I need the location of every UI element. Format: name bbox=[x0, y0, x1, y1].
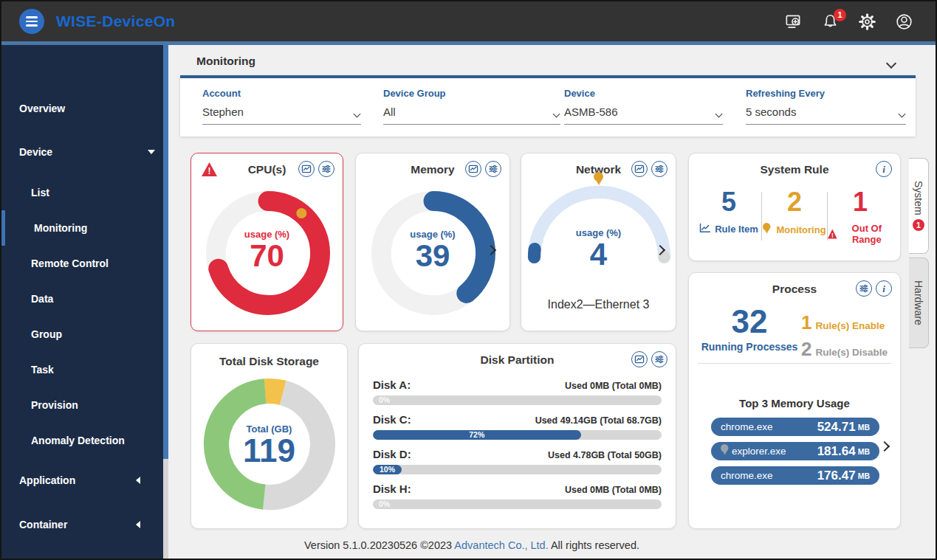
notification-bell-icon[interactable]: 1 bbox=[821, 13, 840, 31]
rule-item-stat: 5 Rule Item bbox=[696, 187, 761, 245]
chevron-down-icon bbox=[899, 111, 906, 118]
chevron-left-icon bbox=[136, 477, 140, 484]
remote-session-icon[interactable] bbox=[784, 13, 803, 31]
sliders-icon[interactable] bbox=[651, 351, 667, 367]
sidebar-item-group[interactable]: Group bbox=[31, 325, 179, 344]
trend-chart-icon[interactable] bbox=[631, 161, 648, 177]
account-filter: Account Stephen bbox=[202, 88, 361, 125]
app-window: WISE-DeviceOn 1 Over bbox=[0, 0, 937, 560]
sidebar-item-container[interactable]: Container bbox=[19, 515, 152, 534]
top-memory-item: chrome.exe 176.47 MB bbox=[711, 466, 879, 485]
sidebar-item-list[interactable]: List bbox=[31, 183, 179, 202]
trend-chart-icon[interactable] bbox=[298, 161, 315, 177]
trend-chart-icon[interactable] bbox=[631, 351, 648, 367]
disk-row: Disk C:Used 49.14GB (Total 68.7GB) 72% bbox=[373, 413, 662, 440]
sidebar-item-provision[interactable]: Provision bbox=[31, 395, 179, 415]
sidebar-item-data[interactable]: Data bbox=[31, 289, 179, 308]
topbar-actions: 1 bbox=[784, 13, 936, 31]
account-icon[interactable] bbox=[895, 13, 913, 31]
sidebar-item-task[interactable]: Task bbox=[31, 360, 179, 379]
disk-usage-bar: 72% bbox=[373, 430, 662, 440]
tab-system[interactable]: System 1 bbox=[909, 158, 929, 254]
device-group-filter: Device Group All bbox=[383, 88, 560, 125]
top-memory-title: Top 3 Memory Usage bbox=[689, 397, 900, 409]
disk-partition-card: Disk Partition Disk A:Used 0MB (Total 0M… bbox=[358, 343, 676, 529]
sliders-icon[interactable] bbox=[485, 161, 501, 177]
device-select[interactable]: ASMB-586 bbox=[564, 106, 723, 125]
sidebar-item-device[interactable]: Device bbox=[19, 142, 167, 162]
divider bbox=[698, 363, 891, 364]
chevron-down-icon bbox=[553, 111, 560, 118]
disk-usage-bar: 0% bbox=[373, 499, 662, 509]
panel-collapse-chevron-icon[interactable] bbox=[888, 57, 895, 70]
network-interface-label: Index2—Ethernet 3 bbox=[521, 298, 676, 311]
advantech-link[interactable]: Advantech Co., Ltd. bbox=[454, 539, 548, 551]
trend-chart-icon[interactable] bbox=[465, 161, 481, 177]
info-icon[interactable]: i bbox=[876, 161, 892, 177]
top-bar: WISE-DeviceOn 1 bbox=[1, 1, 936, 41]
refresh-select[interactable]: 5 seconds bbox=[746, 106, 906, 125]
carousel-next-icon[interactable] bbox=[881, 440, 888, 453]
network-card: Network usage (%) 4 Index2—Ethernet 3 bbox=[521, 153, 676, 331]
disk-usage-percent-label: 0% bbox=[379, 395, 390, 405]
disk-row: Disk A:Used 0MB (Total 0MB) 0% bbox=[373, 378, 662, 405]
memory-usage-value: 39 bbox=[356, 240, 509, 272]
warning-icon bbox=[828, 229, 837, 239]
disk-usage-bar-fill: 10% bbox=[373, 465, 402, 474]
disk-total-value: 119 bbox=[191, 435, 347, 467]
pin-icon bbox=[721, 444, 728, 455]
chevron-left-icon bbox=[136, 521, 140, 528]
sidebar-item-application[interactable]: Application bbox=[19, 471, 152, 490]
top-memory-item: explorer.exe 181.64 MB bbox=[711, 442, 879, 460]
sidebar-scrollbar[interactable] bbox=[163, 45, 168, 559]
disk-usage-percent-label: 10% bbox=[380, 465, 395, 474]
sidebar-item-anomaly-detection[interactable]: Anomaly Detection bbox=[31, 431, 179, 450]
sidebar-scrollbar-thumb[interactable] bbox=[163, 45, 168, 459]
system-rule-card: System Rule i 5 Rule Item 2 Monitoring 1… bbox=[688, 153, 901, 261]
device-filter: Device ASMB-586 bbox=[564, 88, 723, 125]
device-group-select[interactable]: All bbox=[383, 106, 560, 125]
rule-chart-icon bbox=[699, 223, 711, 235]
process-card: Process i 32 Running Processes 1 Rule(s)… bbox=[688, 272, 901, 529]
sliders-icon[interactable] bbox=[318, 161, 334, 177]
rules-enable-stat: 1 Rule(s) Enable bbox=[801, 311, 888, 334]
pin-icon bbox=[763, 223, 770, 234]
carousel-next-icon[interactable] bbox=[487, 243, 495, 257]
rules-disable-stat: 2 Rule(s) Disable bbox=[801, 338, 888, 361]
chevron-down-icon bbox=[354, 111, 361, 118]
disk-usage-bar: 10% bbox=[373, 465, 662, 474]
sidebar-item-monitoring[interactable]: Monitoring bbox=[34, 218, 182, 238]
info-icon[interactable]: i bbox=[876, 280, 892, 297]
disk-usage-bar: 0% bbox=[373, 395, 662, 405]
network-usage-value: 4 bbox=[521, 238, 676, 271]
chevron-down-icon bbox=[715, 111, 723, 118]
brand-logo: WISE-DeviceOn bbox=[56, 13, 175, 30]
carousel-next-icon[interactable] bbox=[656, 243, 664, 257]
sidebar: Overview Device List Monitoring Remote C… bbox=[1, 45, 163, 559]
notification-badge: 1 bbox=[834, 9, 846, 21]
footer: Version 5.1.0.20230526 ©2023 Advantech C… bbox=[180, 539, 763, 551]
total-disk-card: Total Disk Storage Total (GB) 119 bbox=[191, 343, 348, 529]
active-item-indicator bbox=[1, 210, 5, 246]
sliders-icon[interactable] bbox=[856, 280, 872, 297]
monitoring-stat: 2 Monitoring bbox=[762, 187, 827, 245]
chevron-down-icon bbox=[148, 150, 155, 154]
sidebar-item-overview[interactable]: Overview bbox=[19, 99, 167, 118]
disk-usage-bar-fill: 72% bbox=[373, 430, 581, 440]
sidebar-item-remote-control[interactable]: Remote Control bbox=[31, 254, 179, 273]
tab-hardware[interactable]: Hardware bbox=[909, 257, 929, 348]
settings-gear-icon[interactable] bbox=[858, 13, 876, 31]
top-memory-item: chrome.exe 524.71 MB bbox=[711, 418, 879, 436]
disk-row: Disk H:Used 0MB (Total 0MB) 0% bbox=[373, 483, 662, 509]
sliders-icon[interactable] bbox=[651, 161, 667, 177]
running-processes-stat: 32 Running Processes bbox=[701, 304, 798, 353]
account-select[interactable]: Stephen bbox=[202, 106, 361, 125]
page-title: Monitoring bbox=[196, 55, 255, 68]
disk-usage-percent-label: 0% bbox=[379, 499, 390, 509]
out-of-range-stat: 1 Out Of Range bbox=[828, 187, 893, 245]
memory-card: Memory usage (%) 39 bbox=[355, 153, 510, 331]
refresh-filter: Refreshing Every 5 seconds bbox=[746, 88, 906, 125]
hamburger-menu-icon[interactable] bbox=[19, 9, 44, 34]
disk-row: Disk D:Used 4.78GB (Total 50GB) 10% bbox=[373, 448, 662, 474]
system-tab-badge: 1 bbox=[913, 219, 924, 231]
